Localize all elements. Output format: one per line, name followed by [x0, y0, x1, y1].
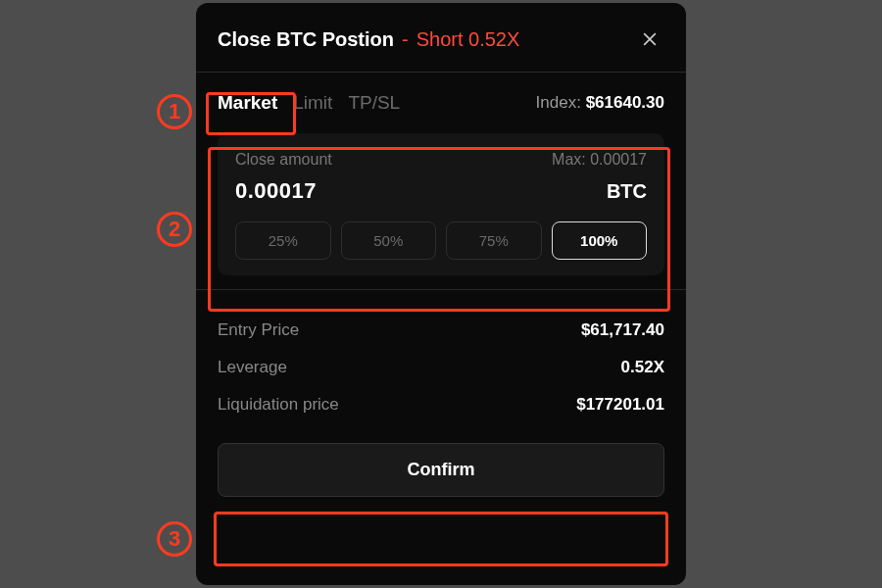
leverage-label: Leverage: [218, 358, 287, 377]
tab-market[interactable]: Market: [218, 92, 277, 114]
order-type-tabs: Market Limit TP/SL: [218, 92, 400, 114]
percent-75-button[interactable]: 75%: [446, 221, 542, 260]
index-price: Index: $61640.30: [536, 93, 664, 113]
close-amount-panel: Close amount Max: 0.00017 0.00017 BTC 25…: [218, 133, 664, 275]
liquidation-label: Liquidation price: [218, 395, 339, 415]
tabs-row: Market Limit TP/SL Index: $61640.30: [196, 73, 686, 123]
annotation-number-3: 3: [157, 521, 192, 557]
tab-tpsl[interactable]: TP/SL: [348, 92, 400, 114]
entry-price-row: Entry Price $61,717.40: [218, 312, 664, 349]
amount-value-row: 0.00017 BTC: [235, 178, 647, 204]
close-button[interactable]: [635, 24, 664, 54]
position-badge: Short 0.52X: [416, 28, 520, 51]
percent-25-button[interactable]: 25%: [235, 221, 331, 260]
entry-price-label: Entry Price: [218, 320, 299, 340]
tab-limit[interactable]: Limit: [293, 92, 332, 114]
liquidation-row: Liquidation price $177201.01: [218, 386, 664, 423]
max-amount-label: Max: 0.00017: [552, 151, 647, 169]
title-dash: -: [402, 28, 409, 51]
amount-header: Close amount Max: 0.00017: [235, 151, 647, 169]
index-value: $61640.30: [586, 93, 664, 112]
modal-title: Close BTC Postion - Short 0.52X: [218, 28, 519, 51]
modal-header: Close BTC Postion - Short 0.52X: [196, 3, 686, 73]
amount-unit: BTC: [607, 180, 647, 203]
leverage-row: Leverage 0.52X: [218, 349, 664, 386]
percent-100-button[interactable]: 100%: [552, 221, 648, 260]
confirm-button[interactable]: Confirm: [218, 443, 664, 497]
close-position-modal: Close BTC Postion - Short 0.52X Market L…: [196, 3, 686, 585]
annotation-number-1: 1: [157, 94, 192, 129]
percent-buttons: 25% 50% 75% 100%: [235, 221, 647, 260]
liquidation-value: $177201.01: [576, 395, 664, 415]
title-text: Close BTC Postion: [218, 28, 394, 51]
position-details: Entry Price $61,717.40 Leverage 0.52X Li…: [196, 289, 686, 429]
index-label: Index:: [536, 93, 581, 112]
close-amount-label: Close amount: [235, 151, 332, 169]
close-amount-input[interactable]: 0.00017: [235, 178, 317, 204]
leverage-value: 0.52X: [621, 358, 664, 377]
annotation-number-2: 2: [157, 212, 192, 247]
entry-price-value: $61,717.40: [581, 320, 664, 340]
close-icon: [640, 29, 660, 49]
percent-50-button[interactable]: 50%: [341, 221, 437, 260]
